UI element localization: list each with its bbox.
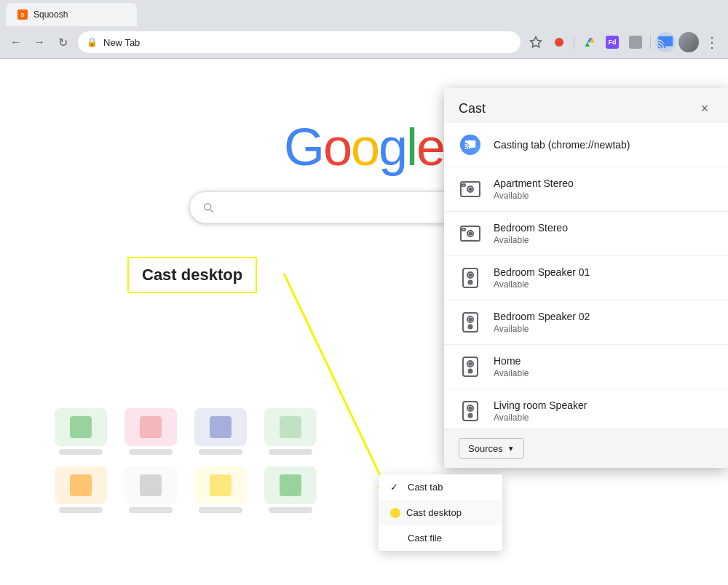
check-mark-icon: ✓: [390, 482, 402, 493]
home-device-info: Home Available: [494, 355, 713, 378]
cast-footer: Sources ▼: [444, 429, 728, 468]
svg-point-30: [470, 407, 472, 410]
thumb-5: [55, 466, 107, 504]
extension-gray-icon[interactable]: [625, 32, 646, 52]
thumb-7: [194, 466, 247, 504]
sources-button[interactable]: Sources ▼: [459, 438, 524, 459]
stereo-icon-apartment: [459, 178, 482, 201]
thumb-label-5: [59, 507, 103, 513]
blue-circle: [460, 135, 480, 155]
svg-point-17: [470, 282, 471, 283]
shortcut-item-8[interactable]: [261, 466, 320, 513]
svg-point-11: [470, 233, 472, 235]
shortcut-item-3[interactable]: [191, 408, 250, 455]
bookmark-icon[interactable]: [526, 32, 546, 52]
speaker-icon-home: [459, 355, 482, 378]
bedroom-speaker-02-status: Available: [494, 324, 713, 334]
thumb-3: [194, 408, 247, 446]
shortcut-item-5[interactable]: [52, 466, 110, 513]
cast-device-bedroom-speaker-01[interactable]: Bedroom Speaker 01 Available: [444, 256, 728, 301]
shortcut-item-2[interactable]: [122, 408, 180, 455]
shortcut-item-7[interactable]: [191, 466, 250, 513]
casting-tab-info: Casting tab (chrome://newtab): [494, 139, 713, 151]
dropdown-item-cast-file[interactable]: Cast file: [379, 525, 502, 551]
svg-rect-8: [462, 184, 465, 186]
cast-tab-label: Cast tab: [408, 482, 443, 493]
menu-icon[interactable]: ⋮: [702, 32, 722, 52]
speaker-icon-living-room: [459, 399, 482, 423]
shortcut-item-1[interactable]: [52, 408, 110, 455]
living-room-device-info: Living room Speaker Available: [494, 399, 713, 423]
casting-tab-name: Casting tab (chrome://newtab): [494, 139, 713, 151]
extension-purple-icon[interactable]: Fd: [602, 32, 622, 52]
yellow-dot-icon: [390, 508, 400, 518]
thumb-label-6: [129, 507, 173, 513]
cast-title: Cast: [459, 101, 486, 116]
thumb-1: [55, 408, 107, 446]
cast-device-living-room[interactable]: Living room Speaker Available: [444, 389, 728, 429]
svg-point-25: [470, 363, 472, 365]
logo-o1: o: [323, 118, 351, 176]
toolbar-icons: Fd ⋮: [526, 32, 722, 52]
tab-favicon: S: [17, 9, 28, 20]
cast-device-casting-tab[interactable]: Casting tab (chrome://newtab): [444, 123, 728, 167]
address-bar[interactable]: 🔒 New Tab: [77, 31, 521, 54]
shortcut-thumbnails: [22, 408, 349, 513]
logo-e: e: [416, 118, 444, 176]
casting-tab-icon: [459, 133, 482, 156]
thumb-6: [124, 466, 177, 504]
home-device-status: Available: [494, 368, 713, 378]
google-drive-icon[interactable]: [579, 32, 599, 52]
thumb-label-4: [269, 449, 312, 455]
dropdown-item-cast-desktop[interactable]: Cast desktop: [379, 500, 502, 525]
svg-point-15: [470, 274, 472, 276]
living-room-device-name: Living room Speaker: [494, 399, 713, 411]
sources-chevron-icon: ▼: [507, 445, 515, 453]
bedroom-stereo-status: Available: [494, 235, 713, 245]
svg-marker-0: [531, 37, 542, 47]
cast-file-label: Cast file: [408, 533, 442, 544]
thumb-2: [124, 408, 177, 446]
living-room-device-status: Available: [494, 413, 713, 423]
cast-icon[interactable]: [655, 32, 676, 52]
refresh-button[interactable]: ↻: [52, 32, 73, 52]
sources-label: Sources: [468, 443, 503, 454]
main-content: Google 🎤: [0, 59, 728, 585]
logo-o2: o: [351, 118, 379, 176]
cast-device-bedroom-stereo[interactable]: Bedroom Stereo Available: [444, 212, 728, 256]
thumb-8: [264, 466, 317, 504]
thumb-label-3: [199, 449, 242, 455]
logo-g2: g: [379, 118, 406, 176]
shortcut-item-6[interactable]: [122, 466, 180, 513]
tab-bar: S Squoosh: [0, 0, 728, 26]
forward-button[interactable]: →: [29, 32, 50, 52]
thumb-label-1: [59, 449, 103, 455]
browser-tab[interactable]: S Squoosh: [6, 3, 137, 26]
cast-header: Cast ×: [444, 88, 728, 123]
sources-dropdown: ✓ Cast tab Cast desktop Cast file: [379, 474, 502, 551]
thumb-label-7: [199, 507, 242, 513]
logo-l: l: [406, 118, 416, 176]
back-button[interactable]: ←: [6, 32, 26, 52]
cast-device-home[interactable]: Home Available: [444, 345, 728, 389]
google-logo: Google: [284, 117, 444, 177]
extension-record-icon[interactable]: [549, 32, 569, 52]
svg-point-27: [470, 370, 471, 372]
cast-desktop-annotation: Cast desktop: [127, 257, 257, 293]
bedroom-speaker-01-name: Bedroom Speaker 01: [494, 266, 713, 278]
search-icon: [202, 201, 215, 214]
svg-rect-12: [462, 228, 465, 231]
cast-device-bedroom-speaker-02[interactable]: Bedroom Speaker 02 Available: [444, 301, 728, 345]
toolbar-separator-1: [574, 35, 574, 49]
thumb-4: [264, 408, 317, 446]
cast-close-button[interactable]: ×: [696, 100, 713, 117]
avatar[interactable]: [678, 32, 699, 52]
dropdown-item-cast-tab[interactable]: ✓ Cast tab: [379, 474, 502, 500]
cast-device-apartment-stereo[interactable]: Apartment Stereo Available: [444, 167, 728, 212]
toolbar: ← → ↻ 🔒 New Tab: [0, 26, 728, 58]
svg-point-22: [470, 326, 471, 327]
speaker-icon-bedroom-01: [459, 266, 482, 290]
svg-point-7: [470, 188, 472, 191]
cast-dialog: Cast × Casting tab (chrome://newtab): [444, 88, 728, 468]
shortcut-item-4[interactable]: [261, 408, 320, 455]
